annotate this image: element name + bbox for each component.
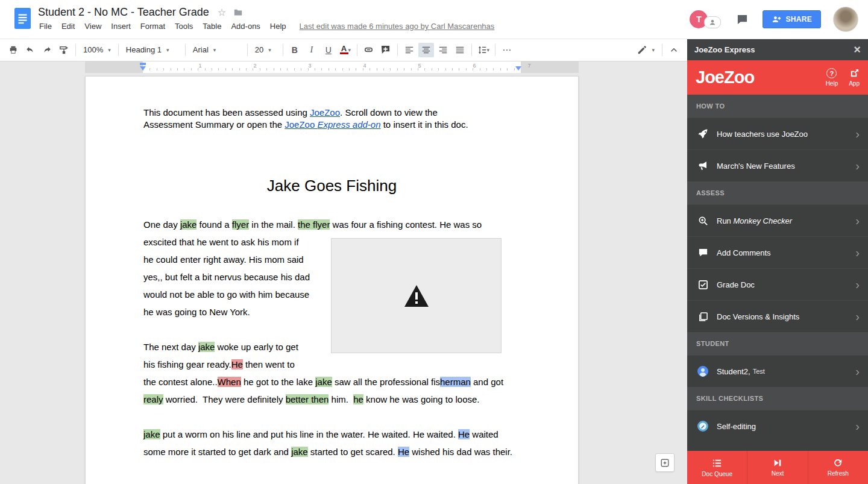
ruler-number: 3 [308,63,311,69]
header-actions: T SHARE [690,0,868,39]
first-line-indent-marker[interactable] [140,63,146,65]
item-label: Add Comments [717,248,771,257]
toolbar-separator [662,44,662,56]
folder-icon[interactable] [233,8,243,17]
ruler-number: 5 [418,63,421,69]
last-edit-link[interactable]: Last edit was made 6 minutes ago by Carl… [300,22,495,31]
menu-tools[interactable]: Tools [170,20,198,32]
paragraph-2-rest: the contest alone..When he got to the la… [143,373,520,408]
doc-queue-button[interactable]: Doc Queue [687,451,747,484]
chevron-right-icon [855,420,860,432]
zoom-value: 100% [83,45,103,54]
menu-insert[interactable]: Insert [106,20,136,32]
insert-comment-button[interactable] [378,43,394,57]
menu-view[interactable]: View [80,20,106,32]
magnifier-plus-icon [696,216,710,226]
doc-link[interactable]: Express add-on [317,119,380,130]
right-indent-marker[interactable] [515,66,521,71]
toolbar: 100% Heading 1 Arial 20 B I U A [0,39,687,61]
undo-button[interactable] [22,43,38,57]
paragraph-3: jake put a worm on his line and put his … [143,426,520,460]
align-center-button[interactable] [418,43,434,57]
ruler: 1 2 3 4 5 6 7 [0,61,687,73]
menu-format[interactable]: Format [136,20,170,32]
line-spacing-button[interactable] [476,43,491,57]
document-page[interactable]: This document has been assessed using Jo… [85,76,579,484]
align-left-button[interactable] [401,43,417,57]
menu-table[interactable]: Table [198,20,226,32]
text-run: better then [286,394,329,404]
next-button[interactable]: Next [747,451,807,484]
item-sublabel: Test [753,368,765,375]
list-icon [712,458,722,468]
broken-image-placeholder[interactable] [331,238,502,353]
refresh-button[interactable]: Refresh [808,451,868,484]
doc-link[interactable]: JoeZoo [310,107,340,118]
open-app-button[interactable]: App [849,68,860,87]
text-run: The next day [143,342,198,352]
underline-button[interactable]: U [321,43,336,57]
text-run: exscited that he went to ask his mom if … [143,237,312,317]
help-icon: ? [826,68,837,78]
font-size-dropdown[interactable]: 20 [251,43,280,57]
sidebar-item-new-features[interactable]: March's New Features [687,149,868,181]
explore-button[interactable] [655,453,675,472]
app-header: Student 2 - No MC - Teacher Grade File E… [0,0,868,39]
menu-edit[interactable]: Edit [57,20,80,32]
menu-help[interactable]: Help [265,20,291,32]
insert-link-button[interactable] [361,43,377,57]
styles-dropdown[interactable]: Heading 1 [122,43,182,57]
bold-button[interactable]: B [287,43,303,57]
chevron-right-icon [855,215,860,227]
comment-history-icon[interactable] [737,14,748,25]
share-button[interactable]: SHARE [763,10,821,28]
zoom-dropdown[interactable]: 100% [79,43,115,57]
sidebar-item-run-monkey-checker[interactable]: Run Monkey Checker [687,204,868,236]
menu-file[interactable]: File [38,20,57,32]
sidebar-item-add-comments[interactable]: Add Comments [687,236,868,268]
menubar: File Edit View Insert Format Tools Table… [38,20,494,32]
collaborator-pill-icon[interactable] [704,16,721,28]
collapse-toolbar-button[interactable] [666,43,682,57]
text-run: worried. They were definitely [163,394,286,404]
close-icon[interactable] [854,43,861,55]
sidebar-item-student[interactable]: Student2, Test [687,355,868,387]
profile-avatar[interactable] [833,7,858,32]
star-icon[interactable] [218,7,226,18]
text-run: This document has been assessed using [143,107,310,118]
redo-button[interactable] [39,43,55,57]
item-label: Self-editing [717,422,756,431]
print-button[interactable] [5,43,21,57]
left-indent-marker[interactable] [140,66,146,71]
doc-link[interactable]: JoeZoo [285,119,317,130]
help-button[interactable]: ? Help [826,68,838,87]
joezoo-banner: JoeZoo ? Help App [687,60,868,95]
sidebar-item-how-teachers[interactable]: How teachers use JoeZoo [687,118,868,149]
text-run: wished his dad was their. [409,447,512,457]
align-right-button[interactable] [435,43,451,57]
text-run: jake [315,377,332,387]
ruler-number: 2 [253,63,256,69]
text-color-button[interactable]: A [338,43,353,57]
external-link-icon [849,68,860,78]
docs-logo-icon[interactable] [14,8,31,31]
sidebar-item-doc-versions[interactable]: Doc Versions & Insights [687,300,868,332]
item-label: How teachers use JoeZoo [717,130,808,139]
edit-mode-dropdown[interactable] [633,43,659,57]
text-run: flyer [232,219,249,230]
speech-bubble-icon [696,248,710,258]
document-title[interactable]: Student 2 - No MC - Teacher Grade [38,6,209,19]
ruler-number: 6 [473,63,476,69]
italic-button[interactable]: I [304,43,319,57]
person-add-icon [772,14,781,24]
justify-button[interactable] [452,43,468,57]
more-tools-button[interactable]: ⋯ [499,43,515,57]
chevron-right-icon [855,310,860,322]
paint-format-button[interactable] [56,43,72,57]
menu-addons[interactable]: Add-ons [226,20,265,32]
font-dropdown[interactable]: Arial [189,43,244,57]
text-run: He [231,359,243,369]
sidebar-item-self-editing[interactable]: Self-editing [687,410,868,442]
sidebar-item-grade-doc[interactable]: Grade Doc [687,268,868,300]
text-run: and got [471,377,506,387]
